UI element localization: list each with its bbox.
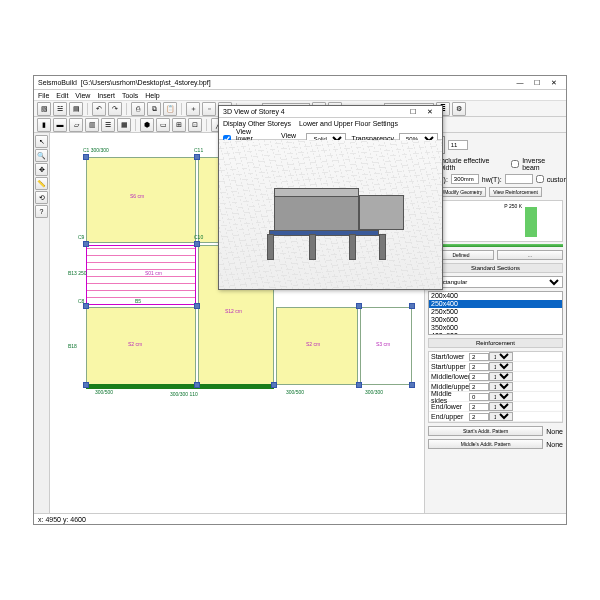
slab-label: S12 cm (225, 308, 242, 314)
measure-icon[interactable]: 📏 (35, 177, 48, 190)
tab-other[interactable]: ... (497, 250, 563, 260)
tool-undo-icon[interactable]: ↶ (92, 102, 106, 116)
view-reinforcement-button[interactable]: View Reinforcement (489, 187, 542, 197)
slab-label: S3 cm (376, 341, 390, 347)
slab-label: S2 cm (306, 341, 320, 347)
dialog-close-button[interactable]: ✕ (422, 106, 438, 117)
reinf-row: End/upper14mm (429, 412, 562, 422)
standard-sections-header: Standard Sections (428, 263, 563, 273)
tool-redo-icon[interactable]: ↷ (108, 102, 122, 116)
maximize-button[interactable]: ☐ (529, 77, 545, 88)
reinf-row: End/lower14mm (429, 402, 562, 412)
column-label: C11 (194, 147, 203, 153)
status-coords: x: 4950 y: 4600 (38, 516, 86, 523)
reinf-row: Middle/lower14mm (429, 372, 562, 382)
start-pattern-button[interactable]: Start's Addit. Pattern (428, 426, 543, 436)
column-label: C1 300/300 (83, 147, 109, 153)
tool-zoomout-icon[interactable]: － (202, 102, 216, 116)
tool-save-icon[interactable]: ▤ (69, 102, 83, 116)
menu-help[interactable]: Help (145, 92, 159, 99)
close-button[interactable]: ✕ (546, 77, 562, 88)
reinforcement-grid: Start/lower14mmStart/upper14mmMiddle/low… (428, 351, 563, 423)
app-title: SeismoBuild (38, 79, 77, 86)
model-stair-icon[interactable]: ☰ (101, 118, 115, 132)
bar-count-input[interactable] (469, 383, 489, 391)
shape-select[interactable]: Rectangular (428, 276, 563, 288)
slab-label: S6 cm (130, 193, 144, 199)
menu-insert[interactable]: Insert (97, 92, 115, 99)
middle-pattern-button[interactable]: Middle's Addit. Pattern (428, 439, 543, 449)
tool-copy-icon[interactable]: ⧉ (147, 102, 161, 116)
beam-label: B5 (135, 298, 141, 304)
bar-size-select[interactable]: 14mm (489, 382, 513, 391)
dim-label: 300/300 110 (170, 391, 198, 397)
bar-count-input[interactable] (469, 393, 489, 401)
3d-view-dialog[interactable]: 3D View of Storey 4 ☐ ✕ Display Other St… (218, 105, 443, 290)
beam-label: B18 (68, 343, 77, 349)
menubar: File Edit View Insert Tools Help (34, 90, 566, 101)
titlebar: SeismoBuild [G:\Users\usrhom\Desktop\st_… (34, 76, 566, 90)
reinf-row: Start/upper14mm (429, 362, 562, 372)
dialog-title: 3D View of Storey 4 (223, 108, 285, 115)
tool-new-icon[interactable]: ▧ (37, 102, 51, 116)
help-icon[interactable]: ? (35, 205, 48, 218)
section-preview: P 250 K (428, 200, 563, 242)
bar-size-select[interactable]: 14mm (489, 372, 513, 381)
dim-label: 300/500 (95, 389, 113, 395)
left-toolbar: ↖ 🔍 ✥ 📏 ⟲ ? (34, 133, 50, 513)
model-wall-icon[interactable]: ▥ (85, 118, 99, 132)
app-path: [G:\Users\usrhom\Desktop\st_4storey.bpf] (81, 79, 211, 86)
dim-label: 300/300 (365, 389, 383, 395)
model-slab-icon[interactable]: ▱ (69, 118, 83, 132)
model-section-icon[interactable]: ⊡ (188, 118, 202, 132)
menu-tools[interactable]: Tools (122, 92, 138, 99)
bar-size-select[interactable]: 14mm (489, 412, 513, 421)
reinf-row: Middle sides14mm (429, 392, 562, 402)
bw-input[interactable] (451, 174, 479, 184)
3d-viewport[interactable] (219, 140, 442, 289)
column-label: C9 (78, 234, 84, 240)
bar-size-select[interactable]: 14mm (489, 352, 513, 361)
model-foundation-icon[interactable]: ▦ (117, 118, 131, 132)
dim-label: 300/500 (286, 389, 304, 395)
reinforcement-header: Reinforcement (428, 338, 563, 348)
sections-listbox[interactable]: 200x400 250x400 250x500 300x600 350x600 … (428, 291, 563, 335)
beam-label: B13 250 (68, 270, 87, 276)
statusbar: x: 4950 y: 4600 (34, 513, 566, 524)
minimize-button[interactable]: — (512, 77, 528, 88)
reinf-row: Start/lower14mm (429, 352, 562, 362)
bar-size-select[interactable]: 14mm (489, 362, 513, 371)
model-plan-icon[interactable]: ▭ (156, 118, 170, 132)
bar-count-input[interactable] (469, 373, 489, 381)
tool-settings-icon[interactable]: ⚙ (452, 102, 466, 116)
model-beam-icon[interactable]: ▬ (53, 118, 67, 132)
column-label: C8 (78, 298, 84, 304)
bar-count-input[interactable] (469, 413, 489, 421)
bar-size-select[interactable]: 14mm (489, 392, 513, 401)
tool-zoomin-icon[interactable]: ＋ (186, 102, 200, 116)
bar-count-input[interactable] (469, 353, 489, 361)
zoom-icon[interactable]: 🔍 (35, 149, 48, 162)
properties-panel: B Include effective width Inverse beam b… (424, 133, 566, 513)
tool-print-icon[interactable]: ⎙ (131, 102, 145, 116)
bar-count-input[interactable] (469, 403, 489, 411)
custom-checkbox[interactable] (536, 175, 544, 183)
model-grid-icon[interactable]: ⊞ (172, 118, 186, 132)
hw-input[interactable] (505, 174, 533, 184)
model-column-icon[interactable]: ▮ (37, 118, 51, 132)
column-label: C10 (194, 234, 203, 240)
menu-file[interactable]: File (38, 92, 49, 99)
pan-icon[interactable]: ✥ (35, 163, 48, 176)
element-number-input[interactable] (448, 140, 468, 150)
model-3d-icon[interactable]: ⬢ (140, 118, 154, 132)
bar-size-select[interactable]: 14mm (489, 402, 513, 411)
select-icon[interactable]: ↖ (35, 135, 48, 148)
menu-view[interactable]: View (75, 92, 90, 99)
dialog-maximize-button[interactable]: ☐ (405, 106, 421, 117)
rotate-icon[interactable]: ⟲ (35, 191, 48, 204)
menu-edit[interactable]: Edit (56, 92, 68, 99)
tool-open-icon[interactable]: ☱ (53, 102, 67, 116)
tool-paste-icon[interactable]: 📋 (163, 102, 177, 116)
inverse-beam-checkbox[interactable] (511, 160, 519, 168)
bar-count-input[interactable] (469, 363, 489, 371)
